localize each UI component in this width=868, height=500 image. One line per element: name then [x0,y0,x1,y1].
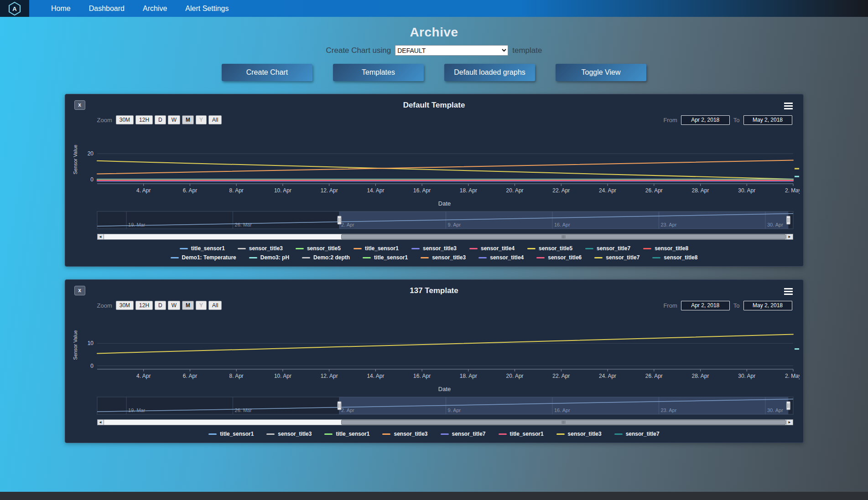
svg-text:26. Apr: 26. Apr [645,373,662,379]
legend-item[interactable]: sensor_title5 [296,245,341,252]
svg-text:30. Apr: 30. Apr [738,373,755,379]
x-axis-title: Date [70,200,799,207]
navigator[interactable]: 19. Mar26. Mar2. Apr9. Apr16. Apr23. Apr… [70,396,800,419]
scrollbar-track[interactable] [104,419,786,425]
legend-marker-icon [353,248,362,249]
legend-item[interactable]: sensor_title3 [238,245,283,252]
legend-label: sensor_title7 [606,254,639,261]
legend-label: sensor_title6 [548,254,582,261]
zoom-30m-button[interactable]: 30M [116,115,134,124]
chart-context-menu-button[interactable] [783,286,794,297]
navigator[interactable]: 19. Mar26. Mar2. Apr9. Apr16. Apr23. Apr… [70,211,800,233]
legend-item[interactable]: sensor_title3 [421,254,466,261]
legend-item[interactable]: Demo1: Temperature [171,254,236,261]
hexagon-logo-icon: A [8,1,21,16]
legend-item[interactable]: title_sensor1 [353,245,399,252]
legend-item[interactable]: sensor_title7 [585,245,630,252]
scrollbar[interactable]: ◄ ► [97,419,793,425]
svg-text:20. Apr: 20. Apr [506,373,523,379]
scrollbar-thumb[interactable] [341,420,786,425]
legend-item[interactable]: title_sensor1 [499,431,544,437]
scrollbar-track[interactable] [104,234,786,240]
legend-item[interactable]: sensor_title3 [382,431,427,437]
legend-item[interactable]: sensor_title8 [652,254,697,261]
action-button-templates[interactable]: Templates [333,64,424,81]
panel-header: x Default Template [70,97,799,113]
hamburger-menu-icon [784,103,793,104]
zoom-30m-button[interactable]: 30M [116,301,134,310]
nav-item-home[interactable]: Home [42,5,80,13]
zoom-m-button[interactable]: M [182,115,194,124]
svg-text:20. Apr: 20. Apr [506,187,523,194]
legend-item[interactable]: sensor_title3 [411,245,457,252]
legend-label: sensor_title3 [568,431,602,437]
legend-item[interactable]: sensor_title8 [643,245,688,252]
legend-item[interactable]: Demo3: pH [249,254,289,261]
svg-text:26. Mar: 26. Mar [234,222,252,227]
legend-item[interactable]: sensor_title7 [441,431,486,437]
main-chart[interactable]: 2004. Apr6. Apr8. Apr10. Apr12. Apr14. A… [70,131,800,199]
scrollbar-right-arrow[interactable]: ► [786,419,793,425]
legend-item[interactable]: sensor_title3 [266,431,312,437]
template-select[interactable]: DEFAULT [395,45,508,56]
legend-item[interactable]: title_sensor1 [208,431,254,437]
legend-item[interactable]: sensor_title5 [527,245,572,252]
to-date-input[interactable] [743,301,792,310]
svg-text:14. Apr: 14. Apr [367,373,384,379]
nav-item-archive[interactable]: Archive [134,5,176,13]
chart-context-menu-button[interactable] [783,100,794,112]
zoom-m-button[interactable]: M [182,301,194,310]
close-panel-button[interactable]: x [74,286,85,295]
action-button-create-chart[interactable]: Create Chart [222,64,312,81]
legend-marker-icon [382,433,390,435]
svg-text:19. Mar: 19. Mar [128,222,146,227]
close-panel-button[interactable]: x [74,100,85,110]
legend-label: sensor_title8 [664,254,697,261]
nav-item-dashboard[interactable]: Dashboard [80,5,134,13]
legend-label: sensor_title3 [278,431,312,437]
zoom-12h-button[interactable]: 12H [135,115,153,124]
legend-label: sensor_title4 [481,245,515,252]
legend-item[interactable]: title_sensor1 [324,431,369,437]
app-logo[interactable]: A [0,0,29,17]
legend-item[interactable]: sensor_title3 [556,431,602,437]
nav-item-alert-settings[interactable]: Alert Settings [176,5,238,13]
zoom-d-button[interactable]: D [155,115,166,124]
legend-label: title_sensor1 [191,245,225,252]
legend-item[interactable]: title_sensor1 [363,254,408,261]
legend-item[interactable]: sensor_title6 [536,254,582,261]
legend-item[interactable]: Demo:2 depth [302,254,350,261]
scrollbar-left-arrow[interactable]: ◄ [97,419,104,425]
main-chart[interactable]: 1004. Apr6. Apr8. Apr10. Apr12. Apr14. A… [70,316,800,385]
legend-marker-icon [238,248,246,249]
action-button-default-loaded-graphs[interactable]: Default loaded graphs [444,64,535,81]
legend-item[interactable]: sensor_title7 [614,431,660,437]
legend-item[interactable]: sensor_title4 [469,245,515,252]
scrollbar[interactable]: ◄ ► [97,234,793,240]
action-button-toggle-view[interactable]: Toggle View [556,64,646,81]
from-date-input[interactable] [681,115,730,125]
legend-item[interactable]: sensor_title4 [478,254,524,261]
zoom-w-button[interactable]: W [168,115,180,124]
to-label: To [733,117,740,124]
to-date-input[interactable] [743,115,792,125]
zoom-y-button[interactable]: Y [196,301,207,310]
zoom-all-button[interactable]: All [208,115,222,124]
legend-item[interactable]: sensor_title7 [594,254,639,261]
zoom-w-button[interactable]: W [168,301,180,310]
scrollbar-right-arrow[interactable]: ► [786,234,793,240]
zoom-all-button[interactable]: All [208,301,222,310]
chart-toolbar: Zoom 30M12HDWMYAll From To [97,114,792,125]
legend-item[interactable]: title_sensor1 [180,245,225,252]
zoom-y-button[interactable]: Y [196,115,207,124]
legend-marker-icon [499,433,507,435]
zoom-12h-button[interactable]: 12H [135,301,153,310]
scrollbar-thumb[interactable] [341,234,786,239]
legend-marker-icon [180,248,188,249]
from-date-input[interactable] [681,301,730,310]
legend: title_sensor1sensor_title3sensor_title5t… [70,245,799,261]
scrollbar-left-arrow[interactable]: ◄ [97,234,104,240]
to-label: To [733,302,740,309]
zoom-d-button[interactable]: D [155,301,166,310]
legend-marker-icon [652,257,660,258]
